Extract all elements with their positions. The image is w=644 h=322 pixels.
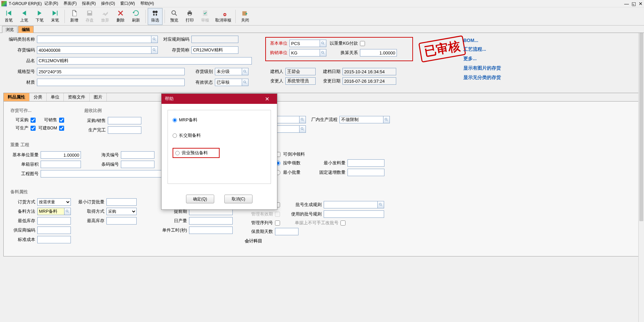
dialog-ok-button[interactable]: 确定(Q): [186, 195, 214, 203]
link-process[interactable]: 工艺流程...: [463, 46, 501, 52]
material-field[interactable]: [37, 79, 185, 86]
dtab-qual[interactable]: 资格文件: [64, 93, 90, 101]
min-stock-field[interactable]: [37, 217, 71, 225]
inv-abbr-field[interactable]: [191, 46, 238, 54]
save-button[interactable]: 存盘: [82, 8, 97, 25]
status-field[interactable]: [215, 79, 248, 86]
menu-help[interactable]: 帮助(H): [138, 0, 157, 7]
customs-field[interactable]: [121, 151, 154, 159]
dtab-item-attr[interactable]: 料品属性: [4, 93, 30, 101]
get-way-select[interactable]: 采购: [106, 208, 137, 215]
batch-rule-field[interactable]: [324, 201, 384, 208]
last-button[interactable]: 末笔: [48, 8, 62, 25]
dialog-title-bar[interactable]: 帮助 ✕: [162, 94, 277, 104]
close-button[interactable]: 关闭: [238, 8, 252, 25]
lookup-icon[interactable]: [320, 49, 326, 56]
max-stock-field[interactable]: [106, 217, 137, 225]
chk-produceable[interactable]: [31, 126, 36, 131]
close-window-icon[interactable]: ✕: [639, 1, 643, 6]
min-issue-field[interactable]: [348, 159, 384, 167]
chk-sellable[interactable]: [59, 118, 64, 123]
unaudit-button[interactable]: 取消审核: [213, 8, 233, 25]
lookup-icon[interactable]: [64, 208, 71, 215]
lookup-icon[interactable]: [151, 46, 158, 54]
menu-record[interactable]: 记录(R): [42, 0, 61, 7]
base-unit-field[interactable]: [289, 40, 326, 47]
order-way-select[interactable]: 按需求量: [37, 198, 71, 206]
lookup-icon[interactable]: [242, 79, 248, 86]
box-vol-field[interactable]: [41, 161, 81, 168]
daily-field[interactable]: [189, 217, 233, 225]
radio-long[interactable]: [173, 133, 177, 138]
lookup-icon[interactable]: [151, 36, 158, 43]
menu-interface[interactable]: 界面(F): [61, 0, 79, 7]
link-show-img[interactable]: 显示有图片的存货: [463, 65, 501, 71]
tab-edit[interactable]: 编辑: [18, 26, 34, 33]
refresh-button[interactable]: 刷新: [129, 8, 143, 25]
dtab-image[interactable]: 图片: [90, 93, 107, 101]
menu-window[interactable]: 窗口(W): [118, 0, 137, 7]
prev-button[interactable]: 上笔: [17, 8, 32, 25]
barcode-field[interactable]: [121, 161, 154, 168]
name-field[interactable]: [37, 57, 252, 65]
unit-time-field[interactable]: [189, 227, 233, 234]
filter-button[interactable]: 筛选: [148, 8, 163, 25]
radio-option-forecast[interactable]: 营业预估备料: [173, 148, 220, 158]
sale-unit-field[interactable]: [289, 49, 326, 56]
dtab-unit[interactable]: 单位: [47, 93, 64, 101]
scrollbar[interactable]: [638, 33, 644, 322]
help-dialog: 帮助 ✕ MRP备料 长交期备料 营业预估备料 确定(Q) 取消(C): [161, 93, 277, 210]
lookup-icon[interactable]: [242, 68, 248, 75]
inv-level-field[interactable]: [215, 68, 248, 75]
shelf-days-field[interactable]: [275, 228, 298, 235]
radio-option-mrp[interactable]: MRP备料: [173, 117, 266, 123]
lookup-icon[interactable]: [377, 201, 384, 208]
new-button[interactable]: 新增: [67, 8, 82, 25]
inv-code-field[interactable]: [37, 46, 158, 54]
min-order-field[interactable]: [106, 198, 137, 206]
discard-button[interactable]: 放弃: [98, 8, 112, 25]
print-button[interactable]: 打印: [182, 8, 197, 25]
tab-browse[interactable]: 浏览: [2, 26, 17, 33]
link-more[interactable]: 更多...: [463, 56, 501, 62]
dialog-close-icon[interactable]: ✕: [260, 96, 274, 102]
supplier-field[interactable]: [37, 227, 71, 234]
link-show-noclass[interactable]: 显示无分类的存货: [463, 75, 501, 81]
next-button[interactable]: 下笔: [32, 8, 47, 25]
dtab-class[interactable]: 分类: [30, 93, 47, 101]
lookup-icon[interactable]: [383, 116, 390, 123]
delete-button[interactable]: 删除: [113, 8, 128, 25]
buy-sell-field[interactable]: [108, 117, 141, 124]
audit-button[interactable]: 审核: [198, 8, 213, 25]
lookup-icon[interactable]: [320, 40, 326, 47]
lookup-icon[interactable]: [299, 125, 306, 133]
used-batch-rule-field[interactable]: [324, 210, 384, 218]
chk-bom[interactable]: [59, 126, 64, 131]
code-class-field[interactable]: [37, 36, 158, 43]
link-bom[interactable]: BOM...: [463, 38, 501, 43]
menu-operate[interactable]: 操作(O): [98, 0, 118, 7]
menu-report[interactable]: 报表(R): [79, 0, 98, 7]
restore-icon[interactable]: ◱: [632, 1, 636, 6]
chk-no-manual[interactable]: [340, 220, 346, 226]
radio-mrp[interactable]: [173, 118, 177, 122]
base-weight-field[interactable]: [41, 151, 81, 159]
stock-method-field[interactable]: [37, 208, 71, 215]
lookup-icon[interactable]: [299, 116, 306, 123]
scroll-thumb[interactable]: [639, 33, 643, 221]
radio-option-long[interactable]: 长交期备料: [173, 132, 266, 138]
weight-pay-checkbox[interactable]: [360, 41, 365, 46]
preview-button[interactable]: 预览: [167, 8, 182, 25]
dialog-cancel-button[interactable]: 取消(C): [224, 195, 252, 203]
radio-forecast[interactable]: [175, 151, 180, 155]
ratio-field[interactable]: [360, 49, 397, 56]
fixed-inc-field[interactable]: [348, 169, 384, 176]
spec-field[interactable]: [37, 68, 185, 75]
finish-field[interactable]: [108, 126, 141, 134]
factory-flow-field[interactable]: [339, 116, 390, 123]
chk-buyable[interactable]: [31, 118, 36, 123]
std-cost-field[interactable]: [37, 236, 71, 243]
minimize-icon[interactable]: —: [624, 1, 629, 6]
chk-mng-serial[interactable]: [275, 220, 280, 226]
first-button[interactable]: 首笔: [1, 8, 16, 25]
